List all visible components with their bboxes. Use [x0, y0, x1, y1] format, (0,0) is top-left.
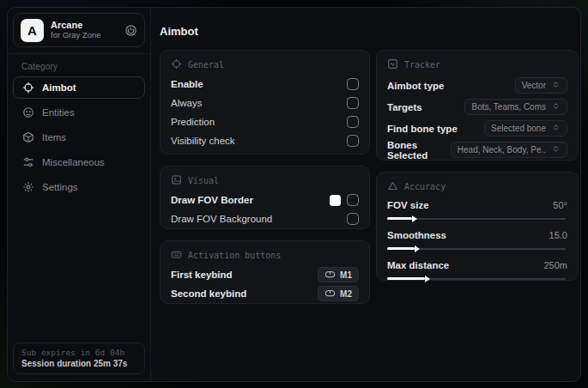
- card-title: Visual: [188, 176, 219, 185]
- app-subtitle: for Gray Zone: [51, 31, 118, 40]
- general-card: General Enable Always Prediction Visibil…: [160, 50, 370, 155]
- activity-icon: [387, 58, 398, 71]
- subscription-info-card: Sub expires in 6d 04h Session duration 2…: [13, 343, 145, 374]
- targets-label: Targets: [387, 102, 422, 112]
- accuracy-card: Accuracy FOV size 50°: [376, 172, 579, 281]
- dropdown-value: Bots, Teams, Coms: [471, 102, 546, 112]
- logo-card: A Arcane for Gray Zone: [13, 13, 145, 47]
- sliders-icon: [22, 156, 34, 168]
- draw-fov-background-label: Draw FOV Background: [171, 214, 272, 224]
- dropdown-value: Selected bone: [491, 124, 546, 133]
- sidebar-item-aimbot[interactable]: Aimbot: [13, 76, 145, 99]
- entities-icon: [22, 106, 34, 118]
- draw-fov-border-checkbox[interactable]: [347, 194, 359, 206]
- image-icon: [171, 174, 182, 187]
- sidebar-item-label: Aimbot: [42, 82, 76, 93]
- smoothness-label: Smoothness: [387, 230, 446, 240]
- first-keybind-button[interactable]: M1: [318, 267, 359, 282]
- app-logo: A: [21, 19, 44, 42]
- main-content: Aimbot General Enable Always Prediction …: [151, 8, 581, 381]
- fov-border-color-swatch[interactable]: [330, 195, 341, 206]
- smoothness-value: 15.0: [549, 230, 567, 240]
- card-title: General: [188, 60, 224, 70]
- card-title: Tracker: [404, 60, 440, 70]
- max-distance-value: 250m: [543, 260, 567, 270]
- crosshair-icon: [171, 58, 182, 71]
- triangle-icon: [387, 180, 398, 193]
- visual-card: Visual Draw FOV Border Draw FOV Backgrou…: [160, 166, 370, 229]
- mouse-icon: [324, 288, 336, 300]
- draw-fov-background-checkbox[interactable]: [347, 213, 359, 225]
- keyboard-icon: [171, 249, 182, 262]
- chevrons-up-down-icon: [551, 101, 561, 112]
- smoothness-slider[interactable]: [387, 244, 567, 254]
- gear-icon: [22, 181, 34, 193]
- keybind-value: M1: [340, 270, 352, 280]
- page-title: Aimbot: [160, 25, 579, 38]
- sidebar-item-items[interactable]: Items: [13, 126, 145, 149]
- prediction-checkbox[interactable]: [347, 116, 359, 128]
- first-keybind-label: First keybind: [171, 270, 233, 280]
- package-icon: [22, 131, 34, 143]
- second-keybind-button[interactable]: M2: [318, 286, 359, 301]
- sidebar-item-label: Miscellaneous: [42, 157, 105, 167]
- fov-size-value: 50°: [553, 200, 567, 210]
- crosshair-icon: [22, 82, 34, 94]
- bones-selected-label: Bones Selected: [387, 140, 451, 161]
- sidebar-item-label: Entities: [42, 107, 75, 118]
- mouse-icon: [324, 269, 336, 282]
- max-distance-slider[interactable]: [387, 274, 567, 284]
- session-duration-text: Session duration 25m 37s: [21, 359, 136, 368]
- prediction-label: Prediction: [171, 117, 215, 127]
- sidebar-divider: [8, 53, 150, 54]
- sidebar-item-entities[interactable]: Entities: [13, 101, 145, 124]
- power-icon[interactable]: [124, 24, 137, 37]
- sidebar-item-label: Items: [42, 132, 66, 142]
- find-bone-type-label: Find bone type: [387, 124, 458, 134]
- slider-thumb[interactable]: [412, 215, 417, 222]
- sub-expires-text: Sub expires in 6d 04h: [21, 348, 136, 357]
- slider-fill: [387, 277, 425, 280]
- activation-buttons-card: Activation buttons First keybind M1 Seco…: [160, 240, 370, 304]
- max-distance-label: Max distance: [387, 260, 449, 270]
- chevrons-up-down-icon: [551, 80, 561, 91]
- chevrons-up-down-icon: [551, 123, 561, 134]
- targets-dropdown[interactable]: Bots, Teams, Coms: [464, 99, 567, 115]
- slider-fill: [387, 217, 412, 220]
- dropdown-value: Head, Neck, Body, Pe..: [458, 145, 546, 155]
- keybind-value: M2: [340, 289, 352, 299]
- sidebar-item-settings[interactable]: Settings: [13, 176, 145, 198]
- slider-thumb[interactable]: [425, 276, 430, 282]
- find-bone-type-dropdown[interactable]: Selected bone: [484, 120, 567, 136]
- card-title: Activation buttons: [188, 251, 281, 260]
- tracker-card: Tracker Aimbot type Vector Targets Bots,…: [376, 50, 579, 161]
- fov-size-slider[interactable]: [387, 214, 567, 224]
- draw-fov-border-label: Draw FOV Border: [171, 195, 253, 205]
- visibility-check-checkbox[interactable]: [347, 135, 359, 147]
- sidebar-item-label: Settings: [42, 182, 78, 192]
- bones-selected-dropdown[interactable]: Head, Neck, Body, Pe..: [451, 142, 567, 158]
- always-label: Always: [171, 98, 202, 108]
- app-title: Arcane: [51, 20, 118, 31]
- card-title: Accuracy: [404, 182, 446, 191]
- visibility-check-label: Visibility check: [171, 136, 235, 146]
- sidebar-item-miscellaneous[interactable]: Miscellaneous: [13, 151, 145, 173]
- second-keybind-label: Second keybind: [171, 288, 246, 299]
- enable-checkbox[interactable]: [347, 78, 359, 90]
- dropdown-value: Vector: [522, 81, 546, 90]
- always-checkbox[interactable]: [347, 97, 359, 109]
- app-window: A Arcane for Gray Zone Category Aimbot E…: [7, 7, 581, 382]
- sidebar: A Arcane for Gray Zone Category Aimbot E…: [8, 8, 151, 381]
- sidebar-menu: Aimbot Entities Items Miscellaneous Sett…: [8, 76, 150, 198]
- enable-label: Enable: [171, 79, 203, 89]
- chevrons-up-down-icon: [551, 144, 561, 155]
- slider-fill: [387, 247, 415, 250]
- aimbot-type-label: Aimbot type: [387, 81, 444, 91]
- aimbot-type-dropdown[interactable]: Vector: [515, 77, 567, 94]
- slider-thumb[interactable]: [415, 246, 420, 252]
- fov-size-label: FOV size: [387, 200, 429, 210]
- category-label: Category: [21, 62, 150, 71]
